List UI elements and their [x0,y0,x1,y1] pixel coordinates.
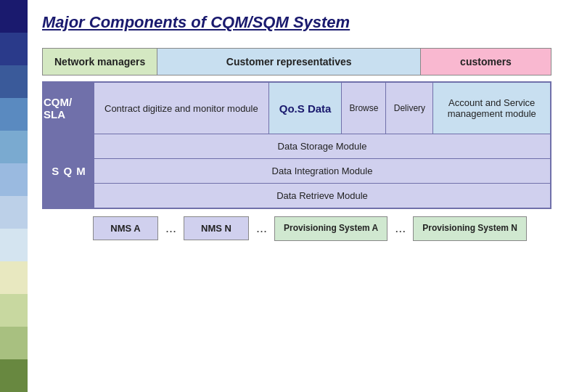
qos-data-box: Qo.S Data [269,83,343,134]
cqm-sla-row: CQM/ SLA Contract digitize and monitor m… [44,83,550,134]
top-row: Network managers Customer representative… [42,48,551,75]
dots-3: ... [387,221,413,236]
dots-1: ... [158,221,184,236]
nms-n-label: NMS N [201,223,231,234]
customers-label: customers [460,56,512,68]
network-managers-box: Network managers [42,48,157,75]
sqm-module-retrieve: Data Retrieve Module [94,184,550,208]
sqm-label: S Q M [44,134,94,208]
sqm-module-integration: Data Integration Module [94,159,550,184]
contract-label: Contract digitize and monitor module [104,103,258,114]
sqm-module-storage: Data Storage Module [94,134,550,159]
bottom-row: NMS A ... NMS N ... Provisioning System … [42,216,551,241]
nms-a-label: NMS A [110,223,140,234]
page-title: Major Components of CQM/SQM System [42,13,551,32]
network-managers-label: Network managers [54,56,145,68]
delivery-label: Delivery [394,103,425,113]
provisioning-a-box: Provisioning System A [274,216,387,241]
qos-data-label: Qo.S Data [279,102,332,115]
cqm-sla-label: CQM/ SLA [44,83,94,134]
cqm-inner: Contract digitize and monitor module Qo.… [94,83,550,134]
main-panels: CQM/ SLA Contract digitize and monitor m… [42,81,551,209]
delivery-box: Delivery [386,83,433,134]
left-color-bar [0,0,28,392]
customer-reps-label: Customer representatives [226,56,352,68]
browse-box: Browse [342,83,386,134]
customers-box: customers [421,48,551,75]
account-service-box: Account and Service management module [433,83,550,134]
dots-2: ... [249,221,274,236]
nms-a-box: NMS A [93,216,158,240]
browse-label: Browse [349,103,378,113]
customer-reps-box: Customer representatives [157,48,421,75]
provisioning-n-label: Provisioning System N [422,223,517,234]
sqm-modules: Data Storage Module Data Integration Mod… [94,134,550,208]
sqm-row: S Q M Data Storage Module Data Integrati… [44,134,550,208]
provisioning-n-box: Provisioning System N [413,216,527,241]
contract-box: Contract digitize and monitor module [94,83,269,134]
account-service-label: Account and Service management module [442,97,541,119]
provisioning-a-label: Provisioning System A [284,223,378,234]
nms-n-box: NMS N [184,216,249,240]
main-content: Major Components of CQM/SQM System Netwo… [28,0,566,392]
